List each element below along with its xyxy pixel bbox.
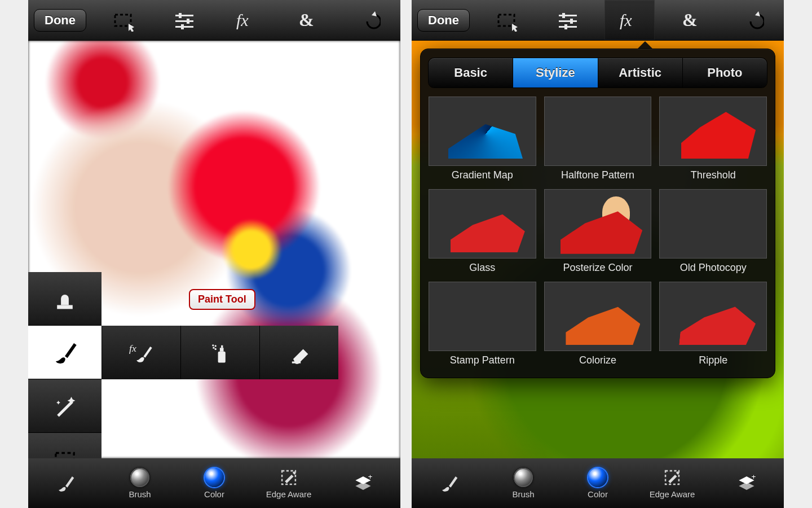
color-label: Color [588, 489, 608, 499]
fx-label: Threshold [691, 169, 736, 181]
adjustments-icon[interactable] [159, 0, 209, 40]
magic-wand-tool[interactable] [28, 379, 102, 433]
layers-button[interactable] [709, 474, 784, 493]
tab-stylize[interactable]: Stylize [513, 58, 598, 87]
color-picker[interactable]: Color [561, 468, 635, 499]
fx-label: Gradient Map [452, 169, 513, 181]
edge-aware-label: Edge Aware [266, 489, 312, 499]
tool-palette [28, 272, 102, 458]
fx-icon[interactable] [221, 0, 271, 40]
paint-tool-tooltip: Paint Tool [189, 289, 255, 310]
bottom-toolbar: Brush Color Edge Aware [28, 458, 400, 508]
fx-glass[interactable]: Glass [429, 189, 536, 274]
selection-tool-icon[interactable] [481, 0, 531, 40]
fx-stamp-pattern[interactable]: Stamp Pattern [429, 282, 536, 366]
undo-icon[interactable] [345, 0, 395, 40]
brush-label: Brush [129, 489, 151, 499]
fx-posterize-color[interactable]: Posterize Color [544, 189, 652, 274]
undo-icon[interactable] [728, 0, 778, 40]
brush-label: Brush [512, 489, 534, 499]
fx-brush-tool[interactable] [102, 326, 180, 379]
fx-popover: Basic Stylize Artistic Photo Gradient Ma… [420, 49, 775, 378]
color-sphere-icon [588, 468, 607, 487]
edge-aware-toggle[interactable]: Edge Aware [251, 468, 326, 499]
fx-label: Posterize Color [563, 262, 632, 274]
canvas[interactable]: Basic Stylize Artistic Photo Gradient Ma… [412, 41, 784, 458]
active-tool-indicator[interactable] [412, 474, 486, 493]
paint-subtool-row [102, 326, 338, 379]
paint-tool[interactable] [28, 326, 102, 379]
tab-artistic[interactable]: Artistic [598, 58, 683, 87]
fx-thumb [429, 282, 536, 351]
fx-label: Glass [469, 262, 495, 274]
fx-thumb [544, 189, 652, 259]
fx-category-tabs: Basic Stylize Artistic Photo [429, 58, 767, 87]
fx-label: Old Photocopy [680, 262, 747, 274]
adjustments-icon[interactable] [542, 0, 593, 40]
fx-grid: Gradient Map Halftone Pattern Threshold … [429, 97, 767, 366]
done-button[interactable]: Done [34, 9, 86, 32]
color-label: Color [204, 489, 224, 499]
stamp-tool[interactable] [28, 272, 102, 326]
selection-tool-icon[interactable] [98, 0, 148, 40]
fx-label: Colorize [579, 354, 616, 366]
brush-sphere-icon [130, 468, 149, 487]
fx-thumb [544, 97, 652, 166]
fx-label: Halftone Pattern [561, 169, 634, 181]
active-tool-indicator[interactable] [28, 474, 103, 493]
fx-label: Ripple [699, 354, 727, 366]
fx-label: Stamp Pattern [450, 354, 515, 366]
brush-picker[interactable]: Brush [103, 468, 177, 499]
color-sphere-icon [205, 468, 224, 487]
color-picker[interactable]: Color [177, 468, 251, 499]
tab-photo[interactable]: Photo [683, 58, 767, 87]
fx-threshold[interactable]: Threshold [659, 97, 767, 181]
eraser-tool[interactable] [259, 326, 338, 379]
fx-thumb [544, 282, 652, 351]
fx-thumb [659, 97, 767, 166]
layers-button[interactable] [326, 474, 400, 493]
ampersand-icon[interactable] [666, 0, 716, 40]
done-button[interactable]: Done [417, 9, 470, 32]
fx-thumb [659, 282, 767, 351]
screenshot-right: Done Basic Stylize Artistic Photo Gradie… [412, 0, 784, 508]
bottom-toolbar: Brush Color Edge Aware [412, 458, 784, 508]
tab-basic[interactable]: Basic [429, 58, 513, 87]
fx-gradient-map[interactable]: Gradient Map [429, 97, 536, 181]
top-toolbar: Done [412, 0, 784, 41]
fx-ripple[interactable]: Ripple [659, 282, 767, 366]
brush-sphere-icon [514, 468, 533, 487]
ampersand-icon[interactable] [283, 0, 333, 40]
fx-old-photocopy[interactable]: Old Photocopy [659, 189, 767, 274]
fx-halftone-pattern[interactable]: Halftone Pattern [544, 97, 652, 181]
fx-icon[interactable] [604, 0, 655, 40]
fx-thumb [659, 189, 767, 259]
edge-aware-toggle[interactable]: Edge Aware [635, 468, 709, 499]
marquee-tool[interactable] [28, 433, 102, 458]
spray-tool[interactable] [180, 326, 259, 379]
edge-aware-label: Edge Aware [650, 489, 695, 499]
screenshot-left: Done Paint Tool [28, 0, 400, 508]
fx-thumb [429, 97, 536, 166]
brush-picker[interactable]: Brush [486, 468, 561, 499]
fx-colorize[interactable]: Colorize [544, 282, 652, 366]
canvas[interactable]: Paint Tool [28, 41, 400, 458]
top-toolbar: Done [28, 0, 400, 41]
fx-thumb [429, 189, 536, 259]
